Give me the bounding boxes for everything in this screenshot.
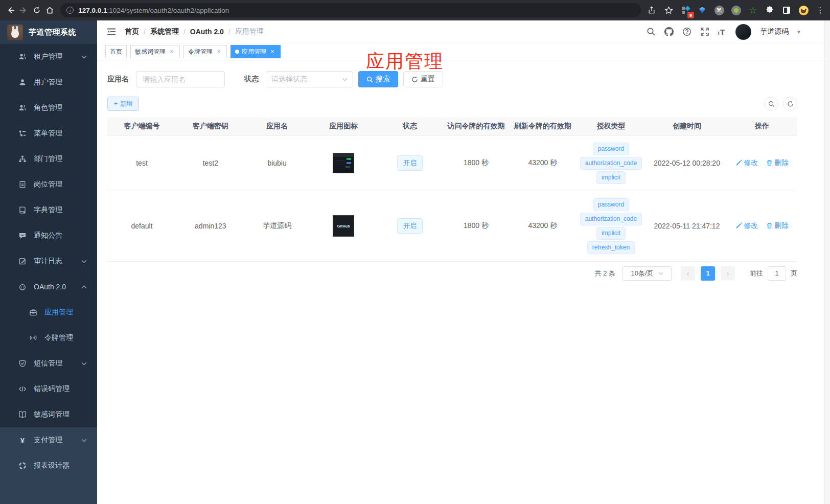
delete-button[interactable]: 删除 — [766, 221, 789, 231]
refresh-icon — [787, 101, 794, 107]
username[interactable]: 芋道源码 — [760, 27, 789, 36]
col-created: 创建时间 — [647, 117, 727, 135]
active-dot — [235, 50, 239, 54]
navbar-actions: тT 芋道源码 ▼ — [646, 24, 822, 40]
sidebar-item-audit-log[interactable]: 审计日志 — [0, 248, 97, 274]
reset-button[interactable]: 重置 — [403, 71, 443, 87]
chevron-down-icon — [658, 271, 663, 276]
extension-badge: 9 — [687, 12, 694, 18]
side-panel-icon[interactable] — [781, 5, 792, 16]
table-header-row: 客户端编号 客户端密钥 应用名 应用图标 状态 访问令牌的有效期 刷新令牌的有效… — [107, 117, 797, 135]
help-icon[interactable] — [682, 27, 692, 37]
browser-reload-button[interactable] — [30, 3, 43, 18]
chevron-down-icon — [342, 77, 348, 82]
chevron-down-icon — [81, 361, 87, 366]
sidebar-item-notice[interactable]: 通知公告 — [0, 223, 97, 248]
prev-page-button[interactable]: ‹ — [681, 266, 695, 281]
breadcrumb-oauth[interactable]: OAuth 2.0 — [190, 28, 224, 36]
extension-star-icon[interactable]: ☆ — [747, 5, 758, 16]
github-icon[interactable] — [664, 27, 674, 37]
close-icon[interactable]: × — [215, 48, 222, 55]
tab-home[interactable]: 首页 — [105, 45, 127, 58]
browser-back-button[interactable] — [4, 3, 17, 18]
browser-toolbar: i 127.0.0.1:1024/system/oauth2/oauth2/ap… — [0, 0, 830, 20]
extension-record-icon[interactable] — [730, 5, 742, 16]
goto-page-input[interactable] — [768, 266, 786, 281]
user-avatar[interactable] — [735, 24, 751, 40]
extension-gem-icon[interactable] — [697, 5, 708, 16]
extension-command-icon[interactable]: ⌘ — [713, 5, 725, 16]
user-caret-icon[interactable]: ▼ — [796, 29, 801, 35]
address-bar[interactable]: i 127.0.0.1:1024/system/oauth2/oauth2/ap… — [60, 3, 641, 17]
close-icon[interactable]: × — [168, 48, 175, 55]
sidebar-item-errcode[interactable]: 错误码管理 — [0, 376, 97, 402]
sidebar-item-oauth[interactable]: OAuth 2.0 — [0, 274, 97, 300]
grant-type-tag: implicit — [596, 171, 626, 184]
segmented-circle-icon — [18, 462, 27, 470]
status-badge[interactable]: 开启 — [397, 218, 423, 234]
robot-icon — [18, 283, 27, 291]
sidebar-item-post[interactable]: 岗位管理 — [0, 172, 97, 197]
refresh-table-button[interactable] — [783, 97, 797, 111]
search-icon — [366, 76, 373, 83]
bookmark-star-icon[interactable] — [663, 5, 674, 16]
browser-menu-icon[interactable]: ⋮ — [815, 5, 826, 16]
trash-icon — [766, 222, 773, 229]
delete-button[interactable]: 删除 — [766, 158, 789, 168]
tab-application[interactable]: 应用管理 × — [230, 45, 281, 58]
sidebar-item-menu[interactable]: 菜单管理 — [0, 121, 97, 146]
sidebar-item-sms[interactable]: 短信管理 — [0, 351, 97, 376]
sidebar-item-oauth-application[interactable]: 应用管理 — [0, 300, 97, 325]
grant-type-tag: password — [593, 198, 629, 211]
browser-home-button[interactable] — [43, 3, 57, 18]
edit-button[interactable]: 修改 — [735, 158, 758, 168]
table-row: test test2 biubiu 开启 1800 秒 43200 秒 pass… — [107, 135, 797, 191]
search-icon[interactable] — [646, 27, 656, 37]
applications-table: 客户端编号 客户端密钥 应用名 应用图标 状态 访问令牌的有效期 刷新令牌的有效… — [107, 117, 797, 262]
logo[interactable]: 芋道管理系统 — [0, 20, 97, 44]
col-access-ttl: 访问令牌的有效期 — [442, 117, 511, 135]
toggle-search-button[interactable] — [764, 97, 778, 111]
extensions-puzzle-icon[interactable] — [764, 5, 775, 16]
extension-tabs-icon[interactable]: 9 — [680, 5, 691, 16]
sidebar-item-tenant[interactable]: 租户管理 — [0, 44, 97, 70]
github-app-icon: GitHub — [333, 215, 354, 237]
top-navbar: 首页 / 系统管理 / OAuth 2.0 / 应用管理 тT 芋道源码 — [97, 20, 830, 43]
status-select[interactable]: 请选择状态 — [266, 71, 353, 87]
sidebar-item-sensitive-word[interactable]: 敏感词管理 — [0, 402, 97, 427]
fullscreen-icon[interactable] — [700, 27, 710, 37]
col-actions: 操作 — [727, 117, 797, 135]
sidebar-item-user[interactable]: 用户管理 — [0, 70, 97, 95]
status-badge[interactable]: 开启 — [397, 155, 423, 171]
col-client-id: 客户端编号 — [107, 117, 176, 135]
sidebar: 芋道管理系统 租户管理 用户管理 角色管理 菜单管理 — [0, 20, 97, 504]
next-page-button[interactable]: › — [721, 266, 735, 281]
tab-token[interactable]: 令牌管理 × — [183, 45, 227, 58]
add-button[interactable]: + 新增 — [107, 97, 139, 111]
browser-forward-button[interactable] — [17, 3, 31, 18]
sidebar-item-dept[interactable]: 部门管理 — [0, 146, 97, 172]
share-icon[interactable] — [646, 5, 657, 16]
search-button[interactable]: 搜索 — [358, 71, 398, 87]
sidebar-item-dict[interactable]: 字典管理 — [0, 197, 97, 223]
sidebar-item-oauth-token[interactable]: 令牌管理 — [0, 325, 97, 351]
yen-icon: ¥ — [18, 436, 27, 444]
sidebar-fold-icon[interactable] — [106, 27, 117, 37]
breadcrumb-system[interactable]: 系统管理 — [150, 27, 179, 36]
edit-button[interactable]: 修改 — [735, 221, 758, 231]
breadcrumb-home[interactable]: 首页 — [125, 27, 139, 36]
sidebar-item-report-designer[interactable]: 报表设计器 — [0, 453, 97, 478]
tab-sensitive-word[interactable]: 敏感词管理 × — [130, 45, 180, 58]
tree-list-icon — [18, 129, 27, 138]
page-number-button[interactable]: 1 — [701, 266, 715, 281]
comment-icon — [18, 232, 27, 240]
font-size-icon[interactable]: тT — [718, 28, 725, 36]
sidebar-item-role[interactable]: 角色管理 — [0, 95, 97, 121]
close-icon[interactable]: × — [269, 48, 276, 55]
page-size-select[interactable]: 10条/页 — [622, 266, 672, 281]
table-row: default admin123 芋道源码 GitHub 开启 1800 秒 4… — [107, 191, 797, 261]
site-info-icon[interactable]: i — [66, 7, 74, 14]
emoji-extension-icon[interactable] — [798, 5, 809, 16]
sidebar-item-pay[interactable]: ¥ 支付管理 — [0, 427, 97, 453]
app-name-input[interactable] — [136, 71, 225, 87]
